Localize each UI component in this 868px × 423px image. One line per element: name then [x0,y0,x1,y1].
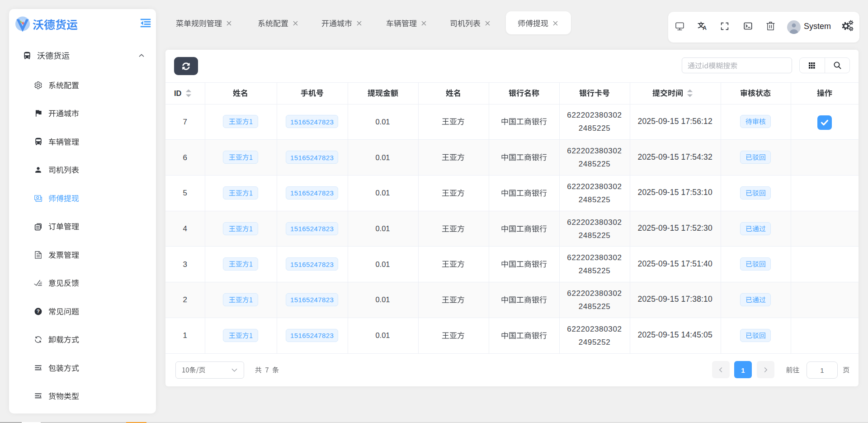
svg-text:?: ? [37,309,40,314]
